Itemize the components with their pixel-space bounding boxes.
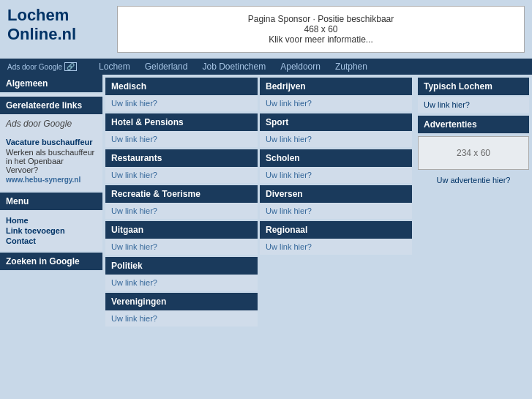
cat-scholen-link[interactable]: Uw link hier?	[266, 171, 312, 179]
cat-scholen-body: Uw link hier?	[260, 167, 412, 183]
cat-sport-link[interactable]: Uw link hier?	[266, 135, 312, 143]
typisch-lochem-link-block: Uw link hier?	[418, 97, 529, 113]
topnav-links: Lochem Gelderland Job Doetinchem Apeldoo…	[99, 61, 367, 72]
content-wrapper: Medisch Uw link hier? Bedrijven Uw link …	[102, 75, 532, 329]
top-nav: Ads door Google 🔗 Lochem Gelderland Job …	[0, 59, 532, 75]
cat-verenigingen: Verenigingen Uw link hier?	[105, 293, 258, 327]
cat-restaurants: Restaurants Uw link hier?	[105, 149, 258, 183]
categories-grid: Medisch Uw link hier? Bedrijven Uw link …	[102, 75, 415, 329]
cat-politiek: Politiek Uw link hier?	[105, 257, 258, 291]
cat-medisch-header: Medisch	[105, 78, 258, 95]
menu-home[interactable]: Home	[6, 216, 97, 225]
ad-caption-link[interactable]: Uw advertentie hier?	[437, 176, 511, 184]
sidebar-algemeen: Algemeen	[0, 75, 102, 92]
vacature-link[interactable]: Vacature buschauffeur	[6, 138, 97, 146]
cat-verenigingen-body: Uw link hier?	[105, 310, 258, 327]
topnav-link-apeldoorn[interactable]: Apeldoorn	[280, 61, 321, 72]
cat-politiek-header: Politiek	[105, 257, 258, 275]
cat-politiek-link[interactable]: Uw link hier?	[111, 278, 157, 287]
sidebar-zoeken-header: Zoeken in Google	[0, 253, 102, 270]
cat-hotel-link[interactable]: Uw link hier?	[111, 135, 157, 143]
topnav-link-gelderland[interactable]: Gelderland	[145, 61, 188, 72]
ads-google-label: Ads door Google 🔗	[7, 62, 77, 71]
cat-uitgaan-header: Uitgaan	[105, 221, 258, 239]
cat-restaurants-body: Uw link hier?	[105, 167, 258, 183]
sidebar-ads-google: Ads door Google	[0, 114, 102, 133]
cat-scholen-header: Scholen	[260, 149, 412, 167]
cat-scholen: Scholen Uw link hier?	[260, 149, 412, 183]
typisch-lochem-header: Typisch Lochem	[418, 78, 529, 95]
ad-caption[interactable]: Uw advertentie hier?	[418, 173, 529, 187]
topnav-link-job[interactable]: Job Doetinchem	[202, 61, 266, 72]
cat-medisch-body: Uw link hier?	[105, 95, 258, 111]
sidebar-zoeken: Zoeken in Google	[0, 253, 102, 270]
cat-recreatie: Recreatie & Toerisme Uw link hier?	[105, 185, 258, 219]
sidebar-vacature: Vacature buschauffeur Werken als buschau…	[0, 133, 102, 188]
cat-sport-header: Sport	[260, 113, 412, 131]
cat-uitgaan-body: Uw link hier?	[105, 239, 258, 255]
vacature-desc1: Werken als buschauffeur in het Openbaar …	[6, 148, 97, 174]
cat-regionaal-body: Uw link hier?	[260, 239, 412, 255]
sidebar-gerelateerde: Gerelateerde links Ads door Google Vacat…	[0, 94, 102, 191]
cat-uitgaan: Uitgaan Uw link hier?	[105, 221, 258, 255]
cat-hotel: Hotel & Pensions Uw link hier?	[105, 113, 258, 147]
ad-box: 234 x 60	[418, 136, 529, 170]
cat-bedrijven-body: Uw link hier?	[260, 95, 412, 111]
cat-verenigingen-link[interactable]: Uw link hier?	[111, 314, 157, 323]
sponsor-line2: 468 x 60	[132, 24, 509, 34]
cat-bedrijven: Bedrijven Uw link hier?	[260, 78, 412, 111]
cat-uitgaan-link[interactable]: Uw link hier?	[111, 242, 157, 251]
typisch-lochem-link[interactable]: Uw link hier?	[424, 100, 470, 109]
cat-regionaal-link[interactable]: Uw link hier?	[266, 242, 312, 251]
logo-line2: Online.nl	[7, 25, 110, 44]
ads-icon: 🔗	[64, 62, 77, 71]
cat-sport: Sport Uw link hier?	[260, 113, 412, 147]
cat-politiek-body: Uw link hier?	[105, 275, 258, 291]
topnav-link-lochem[interactable]: Lochem	[99, 61, 130, 72]
cat-empty-placeholder	[260, 257, 412, 291]
cat-bedrijven-header: Bedrijven	[260, 78, 412, 95]
grid: Medisch Uw link hier? Bedrijven Uw link …	[105, 78, 412, 327]
main-content: Algemeen Gerelateerde links Ads door Goo…	[0, 75, 532, 329]
topnav-link-zutphen[interactable]: Zutphen	[335, 61, 367, 72]
cat-diversen-link[interactable]: Uw link hier?	[266, 206, 312, 215]
menu-link-toevoegen[interactable]: Link toevoegen	[6, 226, 97, 235]
cat-restaurants-link[interactable]: Uw link hier?	[111, 171, 157, 179]
cat-hotel-header: Hotel & Pensions	[105, 113, 258, 131]
advertenties-section: Advertenties 234 x 60 Uw advertentie hie…	[418, 116, 529, 187]
cat-diversen: Diversen Uw link hier?	[260, 185, 412, 219]
sidebar-menu-header: Menu	[0, 193, 102, 210]
sidebar-algemeen-header: Algemeen	[0, 75, 102, 92]
right-column: Typisch Lochem Uw link hier? Advertentie…	[415, 75, 532, 329]
cat-medisch-link[interactable]: Uw link hier?	[111, 99, 157, 108]
sidebar-gerelateerde-header: Gerelateerde links	[0, 97, 102, 114]
cat-sport-body: Uw link hier?	[260, 131, 412, 147]
cat-verenigingen-header: Verenigingen	[105, 293, 258, 310]
cat-bedrijven-link[interactable]: Uw link hier?	[266, 99, 312, 108]
sidebar-ads-label: Ads door Google	[6, 119, 72, 129]
vacature-url[interactable]: www.hebu-synergy.nl	[6, 176, 97, 184]
cat-recreatie-body: Uw link hier?	[105, 203, 258, 219]
cat-regionaal-header: Regionaal	[260, 221, 412, 239]
sponsor-line1: Pagina Sponsor · Positie beschikbaar	[132, 14, 509, 24]
cat-recreatie-link[interactable]: Uw link hier?	[111, 206, 157, 215]
cat-regionaal: Regionaal Uw link hier?	[260, 221, 412, 255]
cat-restaurants-header: Restaurants	[105, 149, 258, 167]
sidebar-menu: Menu Home Link toevoegen Contact	[0, 193, 102, 251]
cat-diversen-header: Diversen	[260, 185, 412, 203]
sidebar-menu-links: Home Link toevoegen Contact	[0, 210, 102, 251]
sponsor-line3: Klik voor meer informatie...	[132, 34, 509, 45]
cat-empty-placeholder2	[260, 293, 412, 327]
site-logo: Lochem Online.nl	[7, 6, 110, 45]
sidebar: Algemeen Gerelateerde links Ads door Goo…	[0, 75, 102, 329]
logo-line1: Lochem	[7, 6, 110, 25]
cat-recreatie-header: Recreatie & Toerisme	[105, 185, 258, 203]
cat-medisch: Medisch Uw link hier?	[105, 78, 258, 111]
cat-hotel-body: Uw link hier?	[105, 131, 258, 147]
sponsor-box[interactable]: Pagina Sponsor · Positie beschikbaar 468…	[117, 6, 525, 53]
cat-diversen-body: Uw link hier?	[260, 203, 412, 219]
menu-contact[interactable]: Contact	[6, 236, 97, 245]
advertenties-header: Advertenties	[418, 116, 529, 133]
